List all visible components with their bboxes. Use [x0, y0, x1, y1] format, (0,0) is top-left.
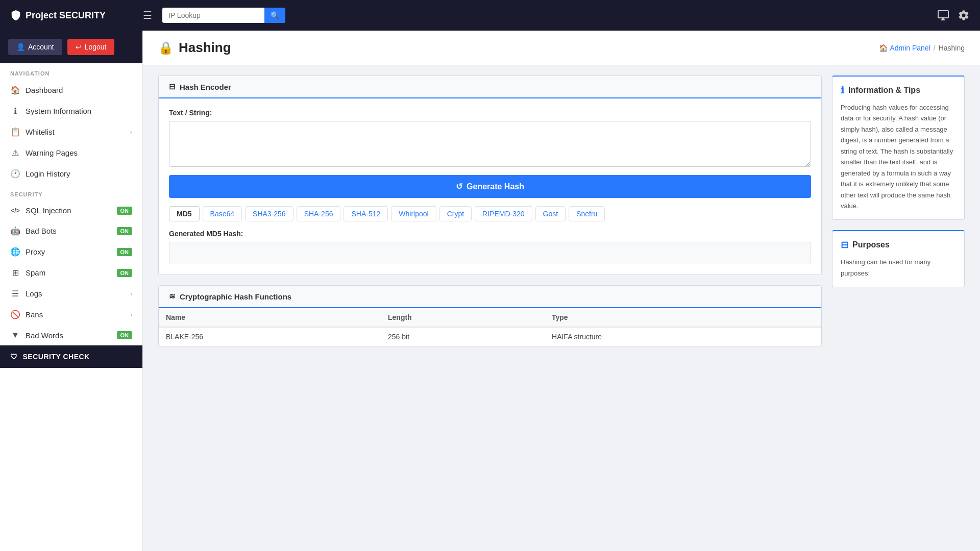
robot-icon: 🤖: [10, 226, 20, 236]
col-name: Name: [159, 308, 381, 327]
sidebar-item-sql-injection[interactable]: </> SQL Injection ON: [0, 201, 142, 220]
sql-injection-badge: ON: [117, 207, 133, 215]
right-column: ℹ Information & Tips Producing hash valu…: [832, 76, 965, 541]
hash-functions-table: Name Length Type BLAKE-256 256 bit HAIFA…: [159, 308, 821, 346]
search-bar: 🔍: [162, 8, 285, 23]
sidebar-item-spam[interactable]: ⊞ Spam ON: [0, 262, 142, 283]
sidebar-item-system-information[interactable]: ℹ System Information: [0, 101, 142, 121]
hash-encoder-header: ⊟ Hash Encoder: [159, 76, 821, 98]
page-title-text: Hashing: [179, 40, 231, 56]
tab-sha-512[interactable]: SHA-512: [344, 206, 388, 221]
refresh-icon: ↺: [456, 182, 462, 191]
tab-sha3-256[interactable]: SHA3-256: [245, 206, 293, 221]
breadcrumb-current: Hashing: [939, 44, 965, 52]
tab-ripemd-320[interactable]: RIPEMD-320: [475, 206, 532, 221]
search-input[interactable]: [162, 8, 264, 22]
grid-icon: ⊞: [10, 268, 20, 278]
hash-functions-header: ≋ Cryptographic Hash Functions: [159, 286, 821, 308]
hash-result-box: [169, 242, 811, 264]
tab-base64[interactable]: Base64: [203, 206, 242, 221]
content-header: 🔒 Hashing 🏠 Admin Panel / Hashing: [143, 31, 980, 65]
purposes-text: Hashing can be used for many purposes:: [841, 257, 956, 279]
logout-icon: ↩: [76, 43, 82, 51]
sidebar-item-whitelist[interactable]: 📋 Whitelist ›: [0, 121, 142, 142]
nav-section-label: NAVIGATION: [0, 63, 142, 80]
hash-functions-title: Cryptographic Hash Functions: [180, 292, 291, 301]
monitor-icon[interactable]: [937, 9, 949, 21]
sidebar: 👤 Account ↩ Logout NAVIGATION 🏠 Dashboar…: [0, 31, 143, 551]
user-icon: 👤: [16, 43, 25, 51]
security-check-item[interactable]: 🛡 SECURITY CHECK: [0, 345, 142, 368]
table-icon: ⊟: [841, 239, 848, 251]
sidebar-item-label: Bans: [26, 310, 125, 319]
sidebar-item-label: Proxy: [26, 247, 112, 256]
hash-functions-table-wrap: Name Length Type BLAKE-256 256 bit HAIFA…: [159, 308, 821, 346]
purposes-card: ⊟ Purposes Hashing can be used for many …: [832, 230, 965, 287]
sidebar-item-bans[interactable]: 🚫 Bans ›: [0, 304, 142, 325]
breadcrumb: 🏠 Admin Panel / Hashing: [879, 44, 965, 52]
generate-hash-button[interactable]: ↺ Generate Hash: [169, 175, 811, 198]
ban-icon: 🚫: [10, 310, 20, 319]
shield-check-icon: 🛡: [10, 353, 18, 361]
hash-result-label: Generated MD5 Hash:: [169, 230, 811, 238]
tab-whirlpool[interactable]: Whirlpool: [391, 206, 436, 221]
globe-icon: 🌐: [10, 247, 20, 257]
sidebar-item-label: Warning Pages: [26, 148, 132, 157]
tab-sha-256[interactable]: SHA-256: [297, 206, 341, 221]
tab-gost[interactable]: Gost: [535, 206, 566, 221]
hash-encoder-body: Text / String: ↺ Generate Hash MD5 Base6…: [159, 98, 821, 274]
sidebar-item-label: Bad Words: [26, 331, 112, 340]
sidebar-item-label: Bad Bots: [26, 227, 112, 235]
row-name: BLAKE-256: [159, 327, 381, 346]
sidebar-item-label: System Information: [26, 107, 132, 115]
hamburger-menu[interactable]: ☰: [143, 9, 152, 21]
row-type: HAIFA structure: [545, 327, 821, 346]
page-title: 🔒 Hashing: [158, 40, 231, 56]
brand: Project SECURITY: [10, 10, 133, 21]
sidebar-item-proxy[interactable]: 🌐 Proxy ON: [0, 241, 142, 262]
settings-icon[interactable]: [958, 9, 970, 21]
table-header-row: Name Length Type: [159, 308, 821, 327]
brand-name: Project SECURITY: [26, 10, 106, 21]
chevron-right-icon: ›: [130, 311, 132, 318]
chevron-right-icon: ›: [130, 128, 132, 136]
sidebar-item-label: Whitelist: [26, 128, 125, 136]
hash-text-input[interactable]: [169, 121, 811, 167]
layout: 👤 Account ↩ Logout NAVIGATION 🏠 Dashboar…: [0, 31, 980, 551]
text-label: Text / String:: [169, 109, 811, 117]
breadcrumb-separator: /: [934, 44, 936, 52]
code-icon: </>: [10, 207, 20, 214]
topbar-right: [937, 9, 970, 21]
home-icon: 🏠: [879, 44, 888, 52]
sidebar-item-label: Logs: [26, 289, 125, 298]
info-tips-card: ℹ Information & Tips Producing hash valu…: [832, 76, 965, 220]
tab-snefru[interactable]: Snefru: [569, 206, 605, 221]
sidebar-item-bad-words[interactable]: ▼ Bad Words ON: [0, 325, 142, 345]
sidebar-item-logs[interactable]: ☰ Logs ›: [0, 283, 142, 304]
tab-crypt[interactable]: Crypt: [439, 206, 472, 221]
tab-md5[interactable]: MD5: [169, 206, 200, 221]
sidebar-item-label: Dashboard: [26, 86, 132, 94]
col-length: Length: [381, 308, 545, 327]
encode-icon: ⊟: [169, 82, 176, 91]
sidebar-item-bad-bots[interactable]: 🤖 Bad Bots ON: [0, 220, 142, 241]
logout-button[interactable]: ↩ Logout: [67, 39, 115, 55]
home-icon: 🏠: [10, 85, 20, 95]
lines-icon: ☰: [10, 289, 20, 298]
purposes-title: ⊟ Purposes: [841, 239, 956, 251]
hash-tabs: MD5 Base64 SHA3-256 SHA-256 SHA-512 Whir…: [169, 206, 811, 221]
info-circle-icon: ℹ: [10, 106, 20, 116]
breadcrumb-home-link[interactable]: 🏠 Admin Panel: [879, 44, 930, 52]
sidebar-item-login-history[interactable]: 🕐 Login History: [0, 163, 142, 184]
hash-encoder-card: ⊟ Hash Encoder Text / String: ↺ Generate…: [158, 76, 822, 275]
sidebar-item-label: SQL Injection: [26, 206, 112, 215]
sidebar-item-dashboard[interactable]: 🏠 Dashboard: [0, 80, 142, 101]
search-button[interactable]: 🔍: [264, 8, 285, 23]
sidebar-item-label: Login History: [26, 169, 132, 178]
sidebar-top: 👤 Account ↩ Logout: [0, 31, 142, 63]
account-button[interactable]: 👤 Account: [8, 39, 62, 55]
main-column: ⊟ Hash Encoder Text / String: ↺ Generate…: [158, 76, 822, 541]
sidebar-item-warning-pages[interactable]: ⚠ Warning Pages: [0, 142, 142, 163]
filter-icon: ▼: [10, 331, 20, 340]
info-tips-text: Producing hash values for accessing data…: [841, 102, 956, 211]
